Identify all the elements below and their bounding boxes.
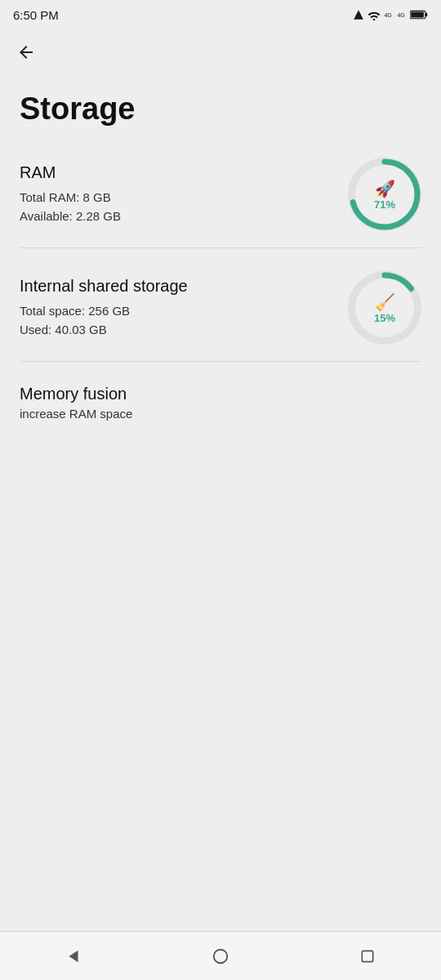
storage-total: Total space: 256 GB bbox=[20, 302, 335, 321]
ram-total: Total RAM: 8 GB bbox=[20, 189, 335, 207]
memory-fusion-title: Memory fusion bbox=[20, 385, 421, 403]
back-arrow-icon bbox=[16, 42, 36, 62]
storage-circle: 🧹 15% bbox=[348, 271, 421, 345]
signal-4g-1: 4G bbox=[384, 9, 394, 20]
storage-title: Internal shared storage bbox=[20, 277, 335, 296]
memory-fusion-subtitle: increase RAM space bbox=[20, 407, 421, 421]
svg-text:4G: 4G bbox=[397, 12, 404, 18]
storage-text: Internal shared storage Total space: 256… bbox=[20, 277, 335, 339]
svg-rect-13 bbox=[362, 951, 372, 961]
svg-marker-0 bbox=[354, 10, 363, 20]
svg-rect-5 bbox=[411, 11, 424, 17]
back-button[interactable] bbox=[0, 29, 441, 75]
broom-icon: 🧹 bbox=[375, 292, 395, 312]
status-time: 6:50 PM bbox=[13, 8, 59, 22]
ram-circle: 🚀 71% bbox=[348, 158, 421, 231]
wifi-icon bbox=[368, 9, 381, 20]
storage-section: Internal shared storage Total space: 256… bbox=[0, 248, 441, 361]
svg-rect-6 bbox=[425, 13, 427, 17]
ram-circle-inner: 🚀 71% bbox=[355, 165, 414, 224]
svg-marker-11 bbox=[69, 950, 78, 962]
memory-fusion-section[interactable]: Memory fusion increase RAM space bbox=[0, 362, 441, 437]
signal-4g-2: 4G bbox=[397, 9, 407, 20]
storage-circle-inner: 🧹 15% bbox=[355, 278, 414, 337]
nav-recent-icon bbox=[359, 948, 376, 964]
status-icons: 4G 4G bbox=[353, 9, 428, 20]
rocket-icon: 🚀 bbox=[375, 179, 395, 198]
svg-text:4G: 4G bbox=[384, 12, 391, 18]
svg-point-1 bbox=[373, 19, 376, 20]
nav-back-button[interactable] bbox=[53, 940, 94, 973]
storage-percent: 15% bbox=[374, 312, 395, 324]
ram-section: RAM Total RAM: 8 GB Available: 2.28 GB 🚀… bbox=[0, 135, 441, 247]
nav-home-icon bbox=[212, 947, 229, 965]
nav-back-icon bbox=[65, 947, 82, 965]
arrow-icon bbox=[353, 9, 364, 20]
nav-recent-button[interactable] bbox=[347, 940, 388, 973]
status-bar: 6:50 PM 4G 4G bbox=[0, 0, 441, 29]
ram-available: Available: 2.28 GB bbox=[20, 207, 335, 226]
svg-point-12 bbox=[214, 949, 228, 963]
nav-home-button[interactable] bbox=[200, 940, 241, 973]
storage-used: Used: 40.03 GB bbox=[20, 321, 335, 340]
ram-text: RAM Total RAM: 8 GB Available: 2.28 GB bbox=[20, 163, 335, 225]
nav-bar bbox=[0, 931, 441, 980]
page-title: Storage bbox=[0, 75, 441, 135]
battery-icon bbox=[410, 9, 428, 20]
ram-percent: 71% bbox=[374, 198, 395, 211]
ram-title: RAM bbox=[20, 163, 335, 182]
